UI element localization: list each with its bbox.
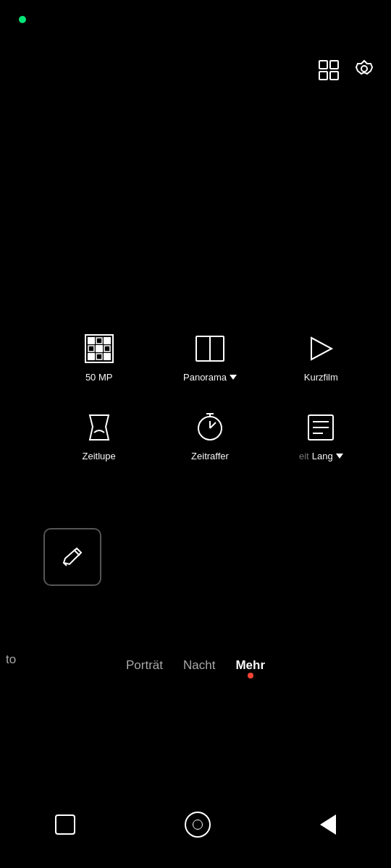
lang-icon bbox=[305, 412, 337, 443]
svg-marker-18 bbox=[311, 338, 332, 359]
recent-apps-icon bbox=[55, 814, 75, 835]
svg-rect-14 bbox=[96, 354, 102, 359]
svg-rect-1 bbox=[330, 61, 338, 69]
zeitlupe-label: Zeitlupe bbox=[83, 451, 116, 461]
kurzfilm-icon bbox=[305, 333, 337, 365]
svg-rect-9 bbox=[104, 338, 110, 344]
pencil-icon bbox=[61, 545, 84, 569]
lang-download-arrow bbox=[336, 454, 343, 459]
home-icon bbox=[185, 812, 211, 838]
edit-button[interactable] bbox=[43, 528, 101, 586]
top-right-toolbar bbox=[317, 58, 377, 85]
lang-label: eit Lang bbox=[299, 451, 343, 461]
svg-rect-7 bbox=[88, 338, 94, 344]
zeitlupe-icon bbox=[83, 412, 115, 443]
svg-rect-8 bbox=[96, 338, 102, 344]
svg-point-5 bbox=[361, 66, 367, 72]
home-button[interactable] bbox=[185, 812, 211, 838]
tab-mehr[interactable]: Mehr bbox=[235, 658, 265, 673]
svg-line-24 bbox=[210, 422, 216, 428]
panorama-icon bbox=[194, 333, 226, 365]
mode-panorama[interactable]: Panorama bbox=[154, 333, 265, 383]
tab-nacht[interactable]: Nacht bbox=[183, 658, 215, 673]
recent-apps-button[interactable] bbox=[55, 814, 75, 835]
mode-kurzfilm[interactable]: Kurzfilm bbox=[266, 333, 377, 383]
svg-rect-10 bbox=[88, 346, 94, 352]
settings-icon[interactable] bbox=[352, 58, 377, 85]
svg-rect-2 bbox=[319, 72, 327, 80]
kurzfilm-label: Kurzfilm bbox=[304, 372, 338, 383]
mode-grid: 50 MP Panorama Kurzfilm bbox=[43, 333, 377, 461]
back-button[interactable] bbox=[320, 814, 336, 835]
tab-portrait[interactable]: Porträt bbox=[126, 658, 163, 673]
50mp-label: 50 MP bbox=[85, 372, 113, 383]
svg-rect-15 bbox=[104, 354, 110, 359]
status-indicator bbox=[19, 16, 26, 23]
navigation-bar bbox=[0, 796, 391, 868]
svg-rect-11 bbox=[96, 346, 102, 352]
grid-icon[interactable] bbox=[317, 59, 340, 85]
zeitraffer-label: Zeitraffer bbox=[191, 451, 229, 461]
50mp-icon bbox=[83, 333, 115, 365]
mode-tabs-bar: Porträt Nacht Mehr bbox=[0, 658, 391, 673]
svg-rect-0 bbox=[319, 61, 327, 69]
svg-rect-13 bbox=[88, 354, 94, 359]
svg-rect-3 bbox=[330, 72, 338, 80]
mode-zeitlupe[interactable]: Zeitlupe bbox=[43, 412, 154, 461]
mode-50mp[interactable]: 50 MP bbox=[43, 333, 154, 383]
panorama-label: Panorama bbox=[183, 372, 237, 383]
panorama-download-arrow bbox=[230, 375, 237, 380]
svg-rect-12 bbox=[104, 346, 110, 352]
mode-zeitraffer[interactable]: Zeitraffer bbox=[154, 412, 265, 461]
zeitraffer-icon bbox=[194, 412, 226, 443]
back-icon bbox=[320, 814, 336, 835]
mode-lang[interactable]: eit Lang bbox=[266, 412, 377, 461]
